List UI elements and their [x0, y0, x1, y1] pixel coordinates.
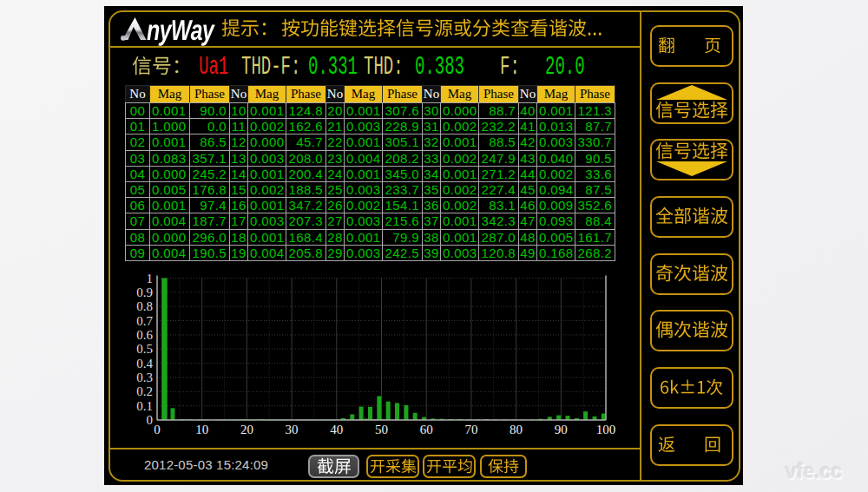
svg-text:0.4: 0.4 [136, 357, 153, 371]
svg-text:0.5: 0.5 [136, 342, 153, 356]
svg-text:10: 10 [195, 423, 208, 436]
svg-text:60: 60 [420, 423, 433, 436]
svg-text:0.6: 0.6 [136, 328, 153, 342]
svg-text:20: 20 [240, 423, 253, 436]
svg-text:0: 0 [147, 413, 154, 427]
svg-text:30: 30 [286, 423, 299, 436]
svg-text:90: 90 [555, 423, 568, 436]
svg-text:0.1: 0.1 [136, 399, 153, 413]
svg-text:0: 0 [154, 423, 161, 436]
svg-text:0.8: 0.8 [136, 299, 153, 313]
svg-text:100: 100 [596, 423, 616, 436]
svg-text:0.2: 0.2 [136, 384, 153, 398]
svg-text:0.9: 0.9 [136, 285, 153, 299]
svg-text:0.7: 0.7 [136, 314, 153, 328]
svg-text:70: 70 [464, 423, 477, 436]
svg-text:40: 40 [330, 423, 343, 436]
svg-text:0.3: 0.3 [136, 371, 153, 384]
svg-text:1: 1 [147, 272, 154, 285]
svg-text:80: 80 [510, 423, 523, 436]
svg-text:50: 50 [375, 423, 388, 436]
